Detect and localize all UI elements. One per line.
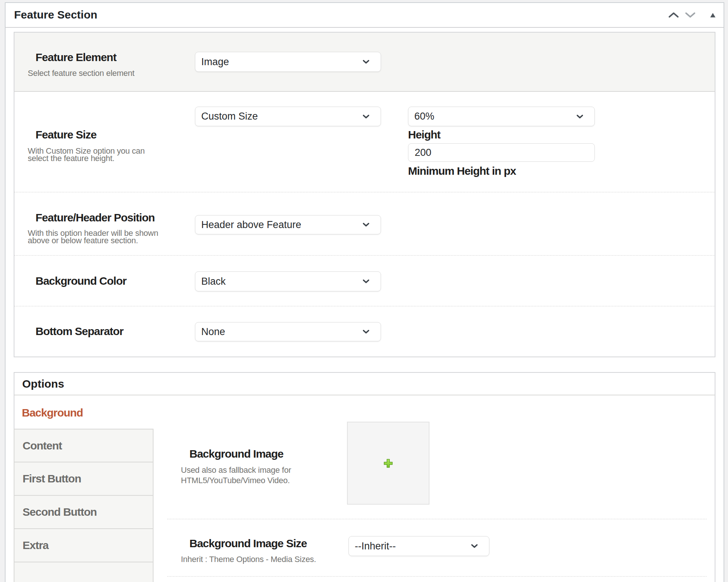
feature-element-select-value: Image: [201, 56, 229, 68]
feature-header-position-label: Feature/Header Position: [36, 211, 155, 224]
page: Feature Section Feature Element Select f…: [0, 0, 728, 582]
background-image-size-select[interactable]: --Inherit--: [348, 536, 489, 556]
height-label: Height: [408, 128, 440, 141]
bottom-separator-select[interactable]: None: [195, 322, 381, 341]
row-separator: [14, 255, 715, 256]
bottom-separator-label: Bottom Separator: [36, 325, 123, 338]
feature-header-position-value: Header above Feature: [201, 219, 301, 231]
feature-size-percent-value: 60%: [414, 111, 434, 122]
toggle-panel-icon[interactable]: [710, 13, 715, 17]
background-color-select[interactable]: Black: [195, 271, 381, 291]
background-image-size-label: Background Image Size: [189, 537, 307, 550]
chevron-down-icon: [363, 115, 369, 118]
background-image-label: Background Image: [189, 448, 283, 460]
options-header: Options: [14, 373, 715, 395]
tab-second-button-label: Second Button: [23, 506, 97, 518]
feature-element-select[interactable]: Image: [195, 52, 381, 72]
options-title: Options: [14, 373, 715, 395]
tab-extra-label: Extra: [23, 539, 48, 552]
feature-size-description: With Custom Size option you can select t…: [28, 147, 145, 162]
background-color-value: Black: [201, 276, 226, 287]
feature-size-percent-select[interactable]: 60%: [408, 107, 595, 126]
tab-first-button[interactable]: First Button: [14, 462, 154, 496]
background-image-size-description: Inherit : Theme Options - Media Sizes.: [181, 554, 316, 565]
tab-partial[interactable]: [14, 562, 154, 582]
tab-background-active[interactable]: Background: [22, 407, 83, 419]
row-separator: [14, 192, 715, 193]
tab-extra[interactable]: Extra: [14, 528, 154, 562]
feature-element-description: Select feature section element: [28, 70, 134, 77]
background-image-size-value: --Inherit--: [355, 541, 396, 552]
tab-first-button-label: First Button: [23, 472, 81, 485]
chevron-down-icon: [363, 223, 369, 227]
options-container: Options Background Content First Button …: [14, 372, 715, 582]
metabox-header: Feature Section: [6, 3, 724, 28]
chevron-down-icon: [471, 544, 478, 548]
field-separator: [167, 519, 707, 519]
height-input[interactable]: [408, 143, 595, 162]
feature-size-mode-value: Custom Size: [201, 111, 258, 122]
tab-content-label: Content: [23, 439, 62, 452]
tab-second-button[interactable]: Second Button: [14, 495, 154, 529]
metabox-title: Feature Section: [6, 3, 724, 27]
chevron-down-icon: [363, 60, 369, 64]
chevron-down-icon: [577, 115, 583, 118]
feature-element-label: Feature Element: [36, 51, 116, 64]
feature-header-position-select[interactable]: Header above Feature: [195, 215, 381, 234]
background-image-upload[interactable]: [347, 422, 429, 505]
background-color-label: Background Color: [36, 275, 127, 287]
background-image-description: Used also as fallback image for HTML5/Yo…: [181, 465, 291, 486]
chevron-down-icon: [363, 330, 369, 334]
bottom-separator-value: None: [201, 326, 225, 338]
tab-content[interactable]: Content: [14, 429, 154, 462]
move-up-icon[interactable]: [668, 12, 679, 18]
add-image-plus-icon: [384, 459, 393, 468]
field-separator: [167, 576, 707, 577]
feature-size-label: Feature Size: [36, 128, 97, 141]
height-input-wrap: [408, 143, 595, 162]
move-down-icon[interactable]: [685, 12, 696, 18]
feature-header-position-description: With this option header will be shown ab…: [28, 230, 158, 244]
feature-size-mode-select[interactable]: Custom Size: [195, 107, 381, 126]
chevron-down-icon: [363, 280, 369, 283]
row-separator: [14, 306, 715, 307]
min-height-hint: Minimum Height in px: [408, 165, 516, 177]
feature-fields-container: Feature Element Select feature section e…: [14, 32, 715, 357]
